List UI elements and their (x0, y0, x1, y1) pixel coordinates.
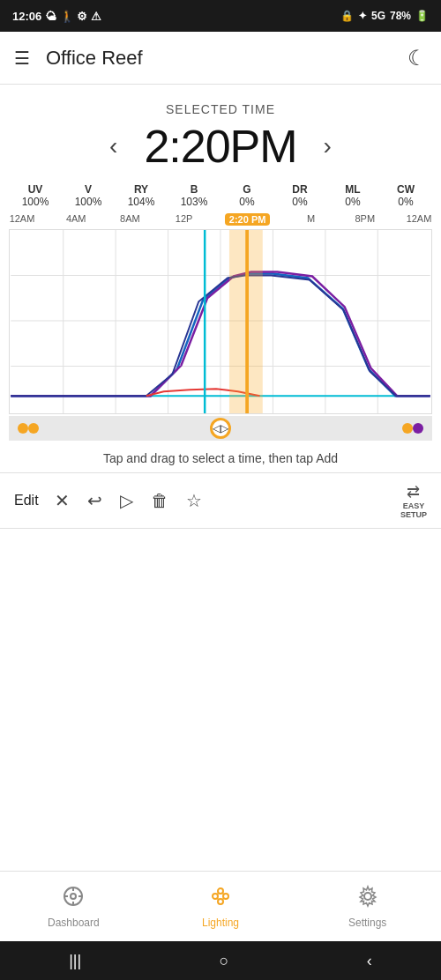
close-button[interactable]: ✕ (55, 490, 70, 511)
status-left: 12:06 🌤 🚶 ⚙ ⚠ (12, 10, 101, 23)
status-icons: 🌤 🚶 ⚙ ⚠ (45, 10, 101, 23)
chart-container[interactable] (9, 229, 432, 414)
nav-settings[interactable]: Settings (294, 885, 441, 929)
time-label-selected: 2:20 PM (225, 213, 271, 226)
lighting-icon (209, 885, 232, 913)
easy-setup-label: EASY (403, 501, 425, 510)
dot-orange-1 (18, 423, 28, 434)
dashboard-label: Dashboard (48, 917, 100, 929)
next-time-button[interactable]: › (315, 134, 340, 159)
settings-label: Settings (348, 917, 386, 929)
easy-setup-label2: SETUP (400, 510, 427, 519)
svg-line-27 (223, 898, 224, 899)
instruction-text: Tap and drag to select a time, then tap … (0, 441, 441, 472)
delete-button[interactable]: 🗑 (151, 491, 168, 511)
dot-purple (413, 423, 423, 434)
time-label-8am: 8AM (116, 213, 143, 226)
dashboard-icon (62, 885, 85, 913)
system-nav: ||| ○ ‹ (0, 941, 441, 980)
dot-orange-3 (402, 423, 413, 434)
svg-point-15 (71, 894, 76, 899)
time-label-12p: 12P (171, 213, 198, 226)
channel-cw: CW 0% (386, 183, 425, 208)
status-bar: 12:06 🌤 🚶 ⚙ ⚠ 🔒 ✦ 5G 78% 🔋 (0, 0, 441, 32)
dot-orange-2 (28, 423, 39, 434)
dots-row: ◁▷ (9, 416, 432, 441)
play-button[interactable]: ▷ (120, 490, 133, 511)
channel-ml: ML 0% (333, 183, 372, 208)
channel-row: UV 100% V 100% RY 104% B 103% G 0% DR 0%… (0, 176, 441, 212)
timeline-labels: 12AM 4AM 8AM 12P 2:20 PM M 8PM 12AM (9, 212, 432, 227)
svg-point-22 (223, 894, 228, 899)
channel-dr: DR 0% (280, 183, 319, 208)
prev-time-button[interactable]: ‹ (101, 134, 126, 159)
status-right: 🔒 ✦ 5G 78% 🔋 (340, 10, 429, 22)
channel-g: G 0% (228, 183, 266, 208)
settings-icon (356, 885, 379, 913)
channel-v: V 100% (69, 183, 108, 208)
bottom-nav: Dashboard Lighting Settings (0, 871, 441, 941)
svg-point-21 (218, 888, 223, 894)
drag-handle[interactable]: ◁▷ (210, 418, 231, 439)
status-time: 12:06 (12, 10, 41, 23)
nav-lighting[interactable]: Lighting (147, 885, 295, 929)
system-home-button[interactable]: ○ (220, 952, 229, 970)
system-menu-button[interactable]: ||| (69, 952, 81, 970)
undo-button[interactable]: ↩ (87, 490, 102, 511)
time-nav: ‹ 2:20PM › (0, 120, 441, 173)
nav-dashboard[interactable]: Dashboard (0, 885, 147, 929)
app-bar: ☰ Office Reef ☾ (0, 32, 441, 85)
time-label-4am: 4AM (63, 213, 89, 226)
svg-point-20 (213, 894, 218, 899)
time-label-12am-start: 12AM (9, 213, 35, 226)
system-back-button[interactable]: ‹ (367, 952, 372, 970)
lock-icon: 🔒 (340, 10, 354, 22)
lighting-label: Lighting (202, 917, 239, 929)
moon-icon[interactable]: ☾ (407, 46, 427, 71)
toolbar-icons: ✕ ↩ ▷ 🗑 ☆ (55, 490, 400, 511)
edit-label: Edit (14, 493, 39, 509)
toolbar: Edit ✕ ↩ ▷ 🗑 ☆ ⇄ EASY SETUP (0, 472, 441, 529)
channel-uv: UV 100% (16, 183, 55, 208)
time-label-12am-end: 12AM (406, 213, 432, 226)
app-title: Office Reef (46, 47, 407, 70)
signal-icon: 5G (371, 10, 385, 22)
hamburger-menu[interactable]: ☰ (14, 48, 30, 69)
time-label-8pm: 8PM (352, 213, 378, 226)
drag-arrows-icon: ◁▷ (213, 422, 228, 434)
easy-setup-icon: ⇄ (407, 482, 420, 501)
battery-text: 78% (390, 10, 411, 22)
svg-point-28 (364, 893, 371, 900)
time-label-m: M (298, 213, 325, 226)
timeline-section: 12AM 4AM 8AM 12P 2:20 PM M 8PM 12AM (0, 212, 441, 441)
svg-point-23 (218, 899, 223, 904)
selected-time-section: SELECTED TIME ‹ 2:20PM › (0, 93, 441, 176)
channel-ry: RY 104% (122, 183, 161, 208)
favorite-button[interactable]: ☆ (186, 490, 202, 511)
battery-icon: 🔋 (415, 10, 429, 22)
main-content: SELECTED TIME ‹ 2:20PM › UV 100% V 100% … (0, 85, 441, 529)
easy-setup-button[interactable]: ⇄ EASY SETUP (400, 482, 427, 519)
svg-line-24 (218, 893, 219, 894)
channel-b: B 103% (175, 183, 213, 208)
svg-line-25 (223, 893, 224, 894)
time-display: 2:20PM (144, 120, 296, 173)
svg-line-26 (218, 898, 219, 899)
selected-time-label: SELECTED TIME (0, 102, 441, 116)
bluetooth-icon: ✦ (358, 10, 367, 22)
